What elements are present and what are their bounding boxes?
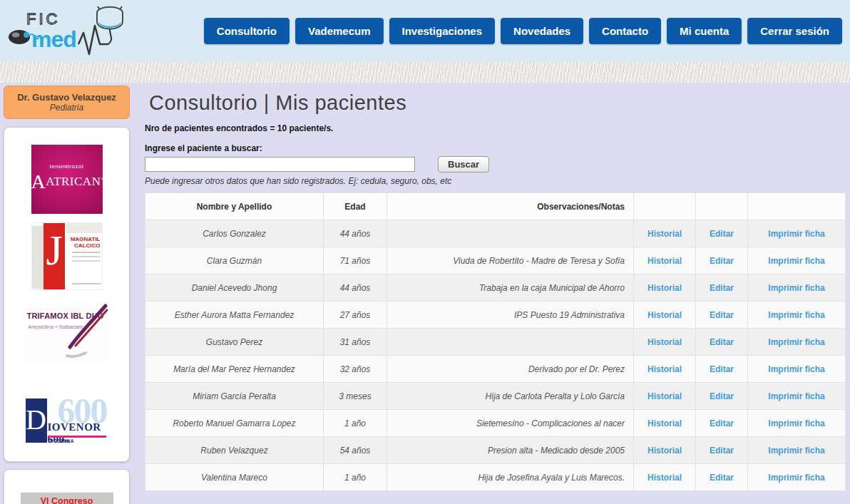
historial-link[interactable]: Historial <box>647 283 682 293</box>
diovenor-underline <box>48 436 106 438</box>
editar-cell: Editar <box>696 220 748 247</box>
main-content: Consultorio | Mis pacientes Nro de pacie… <box>145 91 845 491</box>
magnatil-ladle-glyph: J <box>46 229 63 272</box>
patient-name-cell: María del Mar Perez Hernandez <box>145 356 324 383</box>
patient-age-cell: 3 meses <box>324 383 387 410</box>
patient-row: Daniel Acevedo Jhong 44 años Trabaja en … <box>145 274 846 302</box>
imprimir-ficha-link[interactable]: Imprimir ficha <box>768 310 824 320</box>
editar-link[interactable]: Editar <box>710 418 734 428</box>
main-nav: Consultorio Vademecum Investigaciones No… <box>204 18 842 44</box>
patient-age-cell: 44 años <box>324 220 387 247</box>
header-observaciones: Observaciones/Notas <box>387 193 634 220</box>
historial-link[interactable]: Historial <box>647 418 682 428</box>
atrican-brand: AATRICAN® <box>31 170 103 193</box>
ad-magnatil-image[interactable]: J MAGNATIL CALCICO <box>31 222 103 290</box>
historial-cell: Historial <box>634 302 696 329</box>
patient-age-cell: 31 años <box>324 329 387 356</box>
historial-link[interactable]: Historial <box>647 446 682 456</box>
patient-row: Gustavo Perez 31 años Historial Editar I… <box>145 329 846 356</box>
imprimir-ficha-link[interactable]: Imprimir ficha <box>768 364 824 374</box>
patient-notes-cell: Hija de Carlota Peralta y Lolo García <box>387 383 634 410</box>
patient-name-cell: Daniel Acevedo Jhong <box>145 274 324 302</box>
imprimir-ficha-cell: Imprimir ficha <box>748 247 846 274</box>
ad-trifamox-image[interactable]: TRIFAMOX IBL DUO Amoxicilina + Sulbactam <box>26 303 108 363</box>
historial-cell: Historial <box>634 410 696 437</box>
editar-link[interactable]: Editar <box>710 283 734 293</box>
patient-notes-cell: IPS Puesto 19 Administrativa <box>387 302 634 329</box>
nav-investigaciones-button[interactable]: Investigaciones <box>389 18 496 44</box>
editar-cell: Editar <box>696 383 748 410</box>
search-label: Ingrese el paciente a buscar: <box>145 143 845 153</box>
nav-cerrar-sesion-button[interactable]: Cerrar sesión <box>747 18 842 44</box>
historial-link[interactable]: Historial <box>647 364 682 374</box>
editar-link[interactable]: Editar <box>710 229 734 239</box>
editar-link[interactable]: Editar <box>710 337 734 347</box>
patient-row: Clara Guzmán 71 años Viuda de Robertito … <box>145 247 846 274</box>
historial-cell: Historial <box>634 437 696 464</box>
search-hint: Puede ingresar otros datos que han sido … <box>145 176 845 186</box>
nav-mi-cuenta-button[interactable]: Mi cuenta <box>667 18 742 44</box>
imprimir-ficha-cell: Imprimir ficha <box>748 302 846 329</box>
historial-link[interactable]: Historial <box>647 337 682 347</box>
patient-name-cell: Esther Aurora Matta Fernandez <box>145 302 324 329</box>
patient-name-cell: Valentina Mareco <box>145 464 324 491</box>
patient-row: María del Mar Perez Hernandez 32 años De… <box>145 356 846 383</box>
table-header-row: Nombre y Apellido Edad Observaciones/Not… <box>145 193 846 220</box>
editar-cell: Editar <box>696 464 748 491</box>
buscar-button[interactable]: Buscar <box>438 156 489 173</box>
imprimir-ficha-link[interactable]: Imprimir ficha <box>768 418 824 428</box>
historial-link[interactable]: Historial <box>647 256 682 266</box>
editar-cell: Editar <box>696 274 748 302</box>
diovenor-subtitle: DIOSMINA <box>48 438 75 443</box>
historial-link[interactable]: Historial <box>647 310 682 320</box>
imprimir-ficha-link[interactable]: Imprimir ficha <box>768 391 824 401</box>
editar-link[interactable]: Editar <box>710 446 734 456</box>
header-nombre: Nombre y Apellido <box>145 193 324 220</box>
patient-name-cell: Miriam García Peralta <box>145 383 324 410</box>
historial-link[interactable]: Historial <box>647 391 682 401</box>
editar-link[interactable]: Editar <box>710 473 734 483</box>
congress-banner[interactable]: VI Congreso Paraguayo <box>21 493 113 504</box>
patient-name-cell: Ruben Velazquez <box>145 437 324 464</box>
search-row: Buscar <box>145 156 845 173</box>
nav-consultorio-button[interactable]: Consultorio <box>204 18 290 44</box>
editar-cell: Editar <box>696 302 748 329</box>
top-bar: FIC med C <box>0 0 850 62</box>
patient-search-input[interactable] <box>145 157 415 172</box>
logo-fic-text: FIC <box>26 10 60 28</box>
header-historial-empty <box>634 193 696 220</box>
patient-age-cell: 54 años <box>324 437 387 464</box>
imprimir-ficha-link[interactable]: Imprimir ficha <box>768 446 824 456</box>
imprimir-ficha-link[interactable]: Imprimir ficha <box>768 473 824 483</box>
imprimir-ficha-link[interactable]: Imprimir ficha <box>768 337 824 347</box>
editar-link[interactable]: Editar <box>710 310 734 320</box>
patient-notes-cell: Hija de Josefina Ayala y Luis Marecos. <box>387 464 634 491</box>
editar-link[interactable]: Editar <box>710 391 734 401</box>
editar-link[interactable]: Editar <box>710 256 734 266</box>
historial-link[interactable]: Historial <box>647 229 682 239</box>
ad-atrican-image[interactable]: tenonitrozol AATRICAN® <box>31 145 103 214</box>
editar-link[interactable]: Editar <box>710 364 734 374</box>
patient-notes-cell: Viuda de Robertito - Madre de Teresa y S… <box>387 247 634 274</box>
historial-cell: Historial <box>634 356 696 383</box>
nav-vademecum-button[interactable]: Vademecum <box>295 18 384 44</box>
ficmed-logo[interactable]: FIC med <box>7 4 132 58</box>
nav-contacto-button[interactable]: Contacto <box>589 18 661 44</box>
imprimir-ficha-link[interactable]: Imprimir ficha <box>768 256 824 266</box>
ads-panel: tenonitrozol AATRICAN® J MAGNATIL CALCIC… <box>4 127 130 462</box>
editar-cell: Editar <box>696 329 748 356</box>
stethoscope-icon <box>97 6 123 44</box>
patient-notes-cell: Sietemesíno - Complicaciones al nacer <box>387 410 634 437</box>
historial-cell: Historial <box>634 220 696 247</box>
patient-age-cell: 27 años <box>324 302 387 329</box>
historial-cell: Historial <box>634 247 696 274</box>
imprimir-ficha-link[interactable]: Imprimir ficha <box>768 229 824 239</box>
patient-notes-cell: Presion alta - Medicado desde 2005 <box>387 437 634 464</box>
imprimir-ficha-cell: Imprimir ficha <box>748 356 846 383</box>
editar-cell: Editar <box>696 356 748 383</box>
ad-diovenor-image[interactable]: 600 D IOVENOR 600m DIOSMINA <box>26 393 108 458</box>
imprimir-ficha-link[interactable]: Imprimir ficha <box>768 283 824 293</box>
imprimir-ficha-cell: Imprimir ficha <box>748 274 846 302</box>
nav-novedades-button[interactable]: Novedades <box>501 18 583 44</box>
historial-link[interactable]: Historial <box>647 473 682 483</box>
